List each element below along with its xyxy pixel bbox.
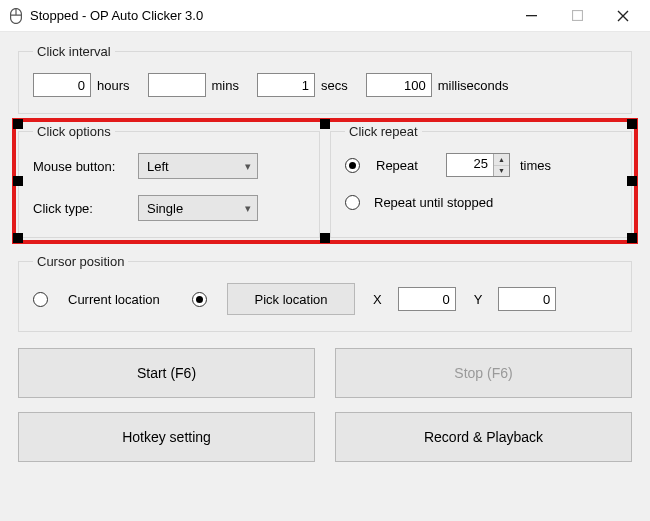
repeat-radio[interactable] (345, 158, 360, 173)
click-type-dropdown[interactable]: Single ▾ (138, 195, 258, 221)
current-location-radio[interactable] (33, 292, 48, 307)
svg-rect-1 (572, 11, 582, 21)
ms-input[interactable] (366, 73, 432, 97)
chevron-down-icon: ▾ (245, 202, 251, 215)
mouse-button-dropdown[interactable]: Left ▾ (138, 153, 258, 179)
titlebar: Stopped - OP Auto Clicker 3.0 (0, 0, 650, 32)
repeat-count-value: 25 (447, 154, 493, 176)
close-button[interactable] (600, 1, 646, 31)
current-location-label: Current location (68, 292, 178, 307)
click-repeat-group: Click repeat Repeat 25 ▲ ▼ times Repeat … (330, 124, 632, 238)
spinner-down-icon[interactable]: ▼ (494, 166, 509, 177)
mouse-button-value: Left (147, 159, 169, 174)
click-repeat-legend: Click repeat (345, 124, 422, 139)
x-input[interactable] (398, 287, 456, 311)
hours-input[interactable] (33, 73, 91, 97)
repeat-until-label: Repeat until stopped (374, 195, 493, 210)
click-options-legend: Click options (33, 124, 115, 139)
pick-location-button[interactable]: Pick location (227, 283, 355, 315)
hotkey-setting-button[interactable]: Hotkey setting (18, 412, 315, 462)
repeat-count-spinner[interactable]: 25 ▲ ▼ (446, 153, 510, 177)
spinner-up-icon[interactable]: ▲ (494, 154, 509, 166)
client-area: Click interval hours mins secs milliseco… (0, 32, 650, 521)
mins-label: mins (212, 78, 239, 93)
stop-button: Stop (F6) (335, 348, 632, 398)
mouse-button-label: Mouse button: (33, 159, 138, 174)
cursor-position-group: Cursor position Current location Pick lo… (18, 254, 632, 332)
start-button[interactable]: Start (F6) (18, 348, 315, 398)
click-options-group: Click options Mouse button: Left ▾ Click… (18, 124, 320, 238)
click-type-label: Click type: (33, 201, 138, 216)
mins-input[interactable] (148, 73, 206, 97)
click-interval-legend: Click interval (33, 44, 115, 59)
window-title: Stopped - OP Auto Clicker 3.0 (30, 8, 508, 23)
cursor-position-legend: Cursor position (33, 254, 128, 269)
secs-label: secs (321, 78, 348, 93)
x-label: X (373, 292, 382, 307)
y-input[interactable] (498, 287, 556, 311)
times-label: times (520, 158, 551, 173)
chevron-down-icon: ▾ (245, 160, 251, 173)
svg-rect-0 (526, 15, 537, 16)
ms-label: milliseconds (438, 78, 509, 93)
secs-input[interactable] (257, 73, 315, 97)
minimize-button[interactable] (508, 1, 554, 31)
action-buttons: Start (F6) Stop (F6) Hotkey setting Reco… (18, 348, 632, 462)
hours-label: hours (97, 78, 130, 93)
y-label: Y (474, 292, 483, 307)
repeat-until-radio[interactable] (345, 195, 360, 210)
maximize-button[interactable] (554, 1, 600, 31)
click-type-value: Single (147, 201, 183, 216)
click-interval-group: Click interval hours mins secs milliseco… (18, 44, 632, 114)
record-playback-button[interactable]: Record & Playback (335, 412, 632, 462)
repeat-label: Repeat (376, 158, 436, 173)
mouse-icon (8, 8, 24, 24)
pick-location-radio[interactable] (192, 292, 207, 307)
